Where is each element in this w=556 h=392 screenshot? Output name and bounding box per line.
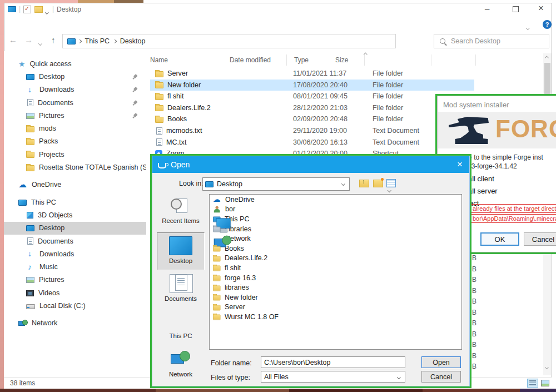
file-type: Text Document [373,127,437,135]
details-view-button[interactable] [527,379,538,388]
ribbon-collapse-chevron-icon[interactable] [527,23,529,31]
dialog-file-item[interactable]: Books [210,244,461,254]
sidebar-item-network[interactable]: Network [4,317,146,330]
open-button[interactable]: Open [421,356,461,368]
recent-locations-chevron-icon[interactable] [39,39,42,47]
dialog-file-item[interactable]: Wurst MC 1.8 OF [210,312,461,322]
chevron-down-icon [388,188,391,192]
breadcrumb-item[interactable]: This PC [85,37,110,45]
sidebar-item[interactable]: Desktop [4,222,146,235]
sidebar-item[interactable]: Local Disk (C:) [4,299,146,312]
place-button[interactable]: Desktop [157,232,205,270]
dialog-file-icon [213,315,221,320]
file-row[interactable]: New folder 17/08/2020 20:40 File folder [150,80,474,91]
close-button[interactable]: × [538,4,544,12]
look-in-combo[interactable]: Desktop [202,177,350,191]
place-button[interactable]: Recent Items [157,194,205,232]
minimize-button[interactable]: – [485,4,489,13]
close-icon[interactable]: × [457,159,463,170]
dialog-file-item[interactable]: OneDrive [210,195,461,205]
sidebar-item[interactable]: Documents [4,235,146,247]
sidebar-item[interactable]: 3D Objects [4,209,146,221]
file-row[interactable]: Books 02/09/2020 20:48 File folder [150,113,478,125]
sidebar-item[interactable]: Documents [4,96,146,109]
search-box[interactable] [434,34,549,48]
forward-icon[interactable]: → [24,36,33,44]
dialog-file-item[interactable]: libraries [210,282,461,292]
sidebar-item[interactable]: Pictures [4,274,146,286]
cancel-button[interactable]: Cancel [421,371,461,383]
place-button[interactable]: Network [157,348,205,385]
sidebar-item-icon [26,126,34,132]
properties-quick-icon[interactable] [23,6,31,13]
help-icon[interactable]: ? [543,20,552,29]
maximize-button[interactable] [513,6,519,12]
quick-access-toolbar-chevron-icon[interactable] [46,8,48,16]
file-row[interactable]: fl shit 08/01/2021 09:45 File folder [150,91,478,102]
ok-button[interactable]: OK [480,232,519,246]
thumbnail-view-button[interactable] [539,379,550,388]
open-dialog-titlebar[interactable]: Open × [152,156,469,173]
scrollbar[interactable] [543,253,551,375]
forge-window-title: Mod system installer [443,101,509,109]
column-header[interactable]: Date modified [230,53,294,67]
dialog-file-item[interactable]: This PC [210,214,461,224]
sidebar-item[interactable]: mods [4,122,146,135]
dialog-file-list[interactable]: OneDrive bor This PC Libraries Network [209,194,462,350]
scroll-down-icon[interactable] [545,365,548,369]
scrollbar-thumb[interactable] [544,63,550,94]
view-menu-button[interactable] [386,177,398,188]
create-new-folder-button[interactable] [373,177,384,188]
file-icon [155,71,163,77]
file-type: File folder [373,81,437,89]
file-row[interactable]: Server 11/01/2021 11:37 File folder [150,68,478,80]
files-of-type-combo[interactable]: All Files [261,371,405,383]
dialog-file-item[interactable]: fl shit [210,263,461,273]
sidebar-item[interactable]: Pictures [4,109,146,122]
address-bar[interactable]: This PC Desktop [62,34,396,48]
file-row[interactable]: Dealers.Life.2 28/12/2020 21:03 File fol… [150,102,478,114]
file-row[interactable]: mcmods.txt 29/11/2020 19:00 Text Documen… [150,125,478,137]
up-icon[interactable]: ↑ [51,36,56,44]
sidebar-quick-access-header[interactable]: ★ Quick access [4,57,146,70]
dialog-file-item[interactable]: Dealers.Life.2 [210,254,461,264]
place-button[interactable]: This PC [157,309,205,347]
column-header[interactable]: Name [150,53,230,67]
sidebar-item[interactable]: Music [4,260,146,273]
dialog-file-item[interactable]: forge 16.3 [210,273,461,283]
dialog-file-label: fl shit [225,264,241,272]
dialog-file-item[interactable]: bor [210,205,461,215]
dialog-file-item[interactable]: Network [210,234,461,244]
sidebar-item[interactable]: Downloads [4,83,146,96]
column-header[interactable]: Size [335,53,348,67]
scrollbar[interactable] [543,53,552,95]
breadcrumb-item[interactable]: Desktop [120,37,146,45]
dialog-file-label: Dealers.Life.2 [225,254,267,262]
place-button[interactable]: Documents [157,271,205,309]
file-row[interactable]: MC.txt 30/06/2020 16:13 Text Document [150,136,478,148]
sidebar-item[interactable]: Downloads [4,247,146,260]
dialog-file-item[interactable]: Server [210,302,461,312]
dialog-file-icon [213,276,221,281]
sidebar-item[interactable]: Packs [4,135,146,148]
up-one-level-button[interactable]: ↑ [359,177,370,188]
cancel-button[interactable]: Cancel [524,232,556,246]
sidebar-item-onedrive[interactable]: OneDrive [4,178,146,191]
dialog-file-item[interactable]: New folder [210,292,461,302]
scroll-up-icon[interactable] [545,56,548,59]
back-icon[interactable]: ← [9,36,17,44]
new-folder-quick-icon[interactable] [34,6,43,13]
folder-name-input[interactable]: C:\Users\bor\Desktop [261,356,405,368]
sidebar-item[interactable]: Videos [4,286,146,299]
sidebar-item[interactable]: Projects [4,148,146,161]
sidebar-item-label: Projects [39,151,64,158]
dialog-file-item[interactable]: Libraries [210,224,461,234]
sidebar-item-label: OneDrive [32,181,61,188]
column-header[interactable]: Type [294,53,335,67]
sidebar-item[interactable]: Rosetta Stone TOTALe Spanish (Spain) l [4,161,146,173]
search-input[interactable] [450,37,549,46]
sidebar-item[interactable]: Desktop [4,70,146,83]
sidebar-item-label: mods [39,125,56,132]
sidebar-this-pc-header[interactable]: This PC [4,196,146,209]
dialog-file-icon [213,266,221,271]
